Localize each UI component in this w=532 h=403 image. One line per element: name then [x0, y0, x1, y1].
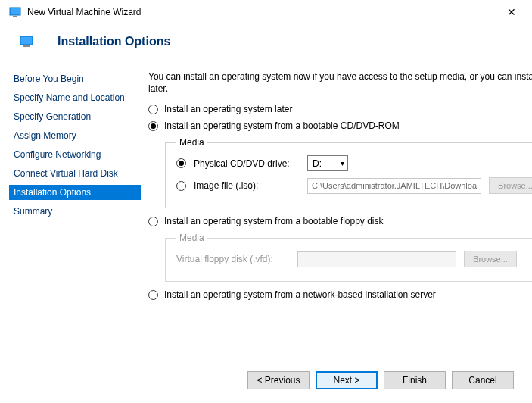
label-physical-drive: Physical CD/DVD drive:: [194, 158, 300, 169]
cancel-button[interactable]: Cancel: [452, 371, 514, 389]
browse-iso-button[interactable]: Browse...: [489, 177, 532, 194]
browse-vfd-button: Browse...: [464, 251, 517, 267]
label-install-cd: Install an operating system from a boota…: [164, 120, 400, 131]
media-floppy-legend: Media: [176, 233, 207, 243]
label-image-file: Image file (.iso):: [194, 180, 300, 191]
svg-rect-3: [23, 45, 30, 47]
radio-install-cd[interactable]: [148, 121, 158, 131]
svg-rect-1: [13, 16, 17, 17]
title-bar: New Virtual Machine Wizard ✕: [0, 0, 532, 23]
next-button[interactable]: Next >: [316, 371, 378, 389]
page-title: Installation Options: [58, 35, 170, 48]
radio-install-later[interactable]: [148, 105, 158, 114]
label-vfd: Virtual floppy disk (.vfd):: [176, 254, 290, 264]
svg-rect-0: [10, 8, 20, 15]
wizard-icon: [9, 6, 21, 18]
step-configure-networking[interactable]: Configure Networking: [9, 147, 141, 162]
label-install-network: Install an operating system from a netwo…: [164, 289, 436, 300]
drive-select[interactable]: D: ▾: [307, 155, 348, 171]
step-before-you-begin[interactable]: Before You Begin: [9, 71, 141, 86]
media-cd-group: Media Physical CD/DVD drive: D: ▾ Image …: [165, 137, 532, 208]
label-install-later: Install an operating system later: [164, 104, 292, 114]
drive-value: D:: [313, 158, 322, 169]
radio-install-floppy[interactable]: [148, 217, 158, 226]
wizard-footer: < Previous Next > Finish Cancel: [247, 371, 514, 389]
image-path-input[interactable]: [307, 178, 481, 194]
svg-rect-2: [20, 36, 33, 45]
window-title: New Virtual Machine Wizard: [27, 7, 497, 17]
content-pane: You can install an operating system now …: [141, 71, 532, 306]
step-specify-name[interactable]: Specify Name and Location: [9, 90, 141, 105]
wizard-steps: Before You Begin Specify Name and Locati…: [5, 71, 141, 306]
step-specify-generation[interactable]: Specify Generation: [9, 109, 141, 124]
close-button[interactable]: ✕: [497, 6, 526, 18]
step-installation-options[interactable]: Installation Options: [9, 185, 141, 200]
wizard-icon-large: [20, 35, 33, 48]
media-cd-legend: Media: [176, 137, 207, 148]
radio-physical-drive[interactable]: [176, 158, 186, 168]
media-floppy-group: Media Virtual floppy disk (.vfd): Browse…: [165, 233, 532, 282]
step-summary[interactable]: Summary: [9, 204, 141, 219]
radio-install-network[interactable]: [148, 290, 158, 300]
label-install-floppy: Install an operating system from a boota…: [164, 216, 384, 226]
previous-button[interactable]: < Previous: [247, 371, 310, 389]
chevron-down-icon: ▾: [341, 159, 344, 167]
page-header: Installation Options: [0, 23, 532, 61]
step-connect-vhd[interactable]: Connect Virtual Hard Disk: [9, 166, 141, 181]
step-assign-memory[interactable]: Assign Memory: [9, 128, 141, 143]
vfd-path-input: [297, 251, 456, 267]
finish-button[interactable]: Finish: [384, 371, 446, 389]
intro-text: You can install an operating system now …: [148, 71, 532, 95]
radio-image-file[interactable]: [176, 181, 186, 191]
